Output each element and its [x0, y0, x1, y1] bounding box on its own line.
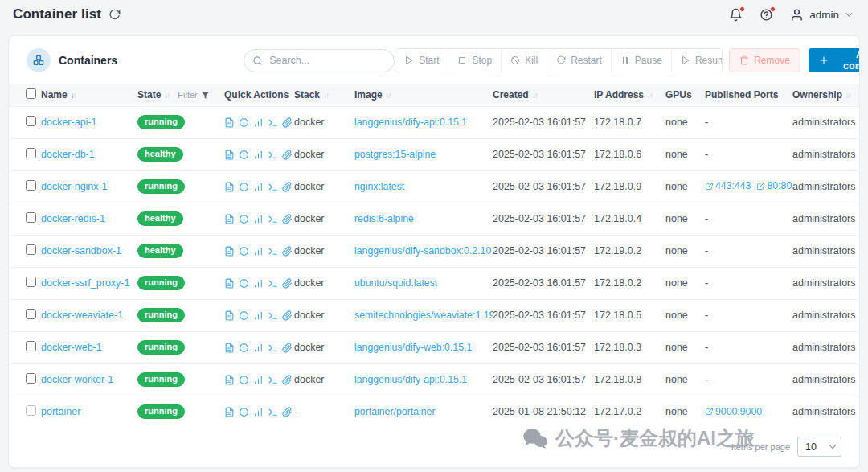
container-name-link[interactable]: docker-sandbox-1 — [41, 245, 121, 257]
stats-icon[interactable] — [253, 278, 264, 289]
attach-icon[interactable] — [282, 375, 293, 385]
image-link[interactable]: nginx:latest — [354, 181, 404, 192]
container-name-link[interactable]: docker-web-1 — [41, 342, 102, 353]
logs-icon[interactable] — [224, 278, 235, 289]
inspect-icon[interactable] — [239, 214, 249, 224]
sort-icons[interactable]: ↓↑ — [323, 91, 328, 100]
items-per-page-select[interactable]: 10 — [797, 437, 841, 457]
logs-icon[interactable] — [224, 310, 235, 321]
logs-icon[interactable] — [224, 117, 235, 128]
logs-icon[interactable] — [224, 150, 235, 160]
image-link[interactable]: langgenius/dify-web:0.15.1 — [354, 342, 472, 353]
inspect-icon[interactable] — [239, 182, 249, 192]
kill-button[interactable]: Kill — [502, 49, 547, 72]
refresh-icon[interactable] — [108, 9, 121, 21]
console-icon[interactable] — [268, 182, 278, 192]
row-checkbox[interactable] — [26, 277, 36, 287]
logs-icon[interactable] — [224, 182, 235, 192]
console-icon[interactable] — [268, 278, 278, 289]
start-button[interactable]: Start — [395, 49, 448, 72]
sort-icons[interactable]: ↓↑ — [164, 91, 169, 100]
row-checkbox[interactable] — [26, 212, 36, 223]
stats-icon[interactable] — [253, 214, 264, 224]
console-icon[interactable] — [268, 117, 278, 128]
stats-icon[interactable] — [253, 310, 264, 321]
column-header-state[interactable]: State↓↑Filter — [137, 84, 224, 106]
inspect-icon[interactable] — [239, 310, 249, 321]
stats-icon[interactable] — [253, 150, 264, 160]
attach-icon[interactable] — [282, 214, 293, 224]
console-icon[interactable] — [268, 343, 278, 353]
container-name-link[interactable]: docker-nginx-1 — [41, 181, 108, 192]
published-port-link[interactable]: 80:80 — [756, 180, 792, 191]
notifications-bell-icon[interactable] — [729, 8, 743, 22]
published-port-link[interactable]: 9000:9000 — [705, 406, 762, 417]
stop-button[interactable]: Stop — [448, 49, 502, 72]
row-checkbox[interactable] — [26, 244, 36, 255]
logs-icon[interactable] — [224, 407, 235, 417]
column-header-ip-address[interactable]: IP Address↓↑ — [594, 84, 665, 106]
image-link[interactable]: postgres:15-alpine — [354, 149, 436, 160]
stats-icon[interactable] — [253, 343, 264, 353]
sort-icons[interactable]: ↓↑ — [71, 91, 76, 100]
column-header-name[interactable]: Name↓↑ — [41, 84, 137, 106]
stats-icon[interactable] — [253, 182, 264, 192]
remove-button[interactable]: Remove — [729, 48, 800, 72]
attach-icon[interactable] — [282, 150, 293, 160]
filter-funnel-icon[interactable] — [201, 91, 210, 100]
user-menu[interactable]: admin — [790, 8, 854, 22]
container-name-link[interactable]: docker-api-1 — [41, 117, 96, 128]
attach-icon[interactable] — [282, 246, 293, 257]
logs-icon[interactable] — [224, 246, 235, 257]
container-name-link[interactable]: portainer — [41, 406, 80, 417]
restart-button[interactable]: Restart — [547, 49, 612, 72]
attach-icon[interactable] — [282, 407, 293, 417]
logs-icon[interactable] — [224, 375, 235, 385]
console-icon[interactable] — [268, 310, 278, 321]
inspect-icon[interactable] — [239, 150, 249, 160]
logs-icon[interactable] — [224, 343, 235, 353]
console-icon[interactable] — [268, 375, 278, 385]
console-icon[interactable] — [268, 246, 278, 257]
row-checkbox[interactable] — [26, 309, 36, 319]
attach-icon[interactable] — [282, 343, 293, 353]
console-icon[interactable] — [268, 214, 278, 224]
row-checkbox[interactable] — [26, 373, 36, 384]
stats-icon[interactable] — [253, 117, 264, 128]
attach-icon[interactable] — [282, 182, 293, 192]
image-link[interactable]: langgenius/dify-sandbox:0.2.10 — [354, 245, 491, 257]
resume-button[interactable]: Resume — [672, 49, 723, 72]
image-link[interactable]: ubuntu/squid:latest — [354, 277, 437, 289]
column-header-ownership[interactable]: Ownership↓↑ — [792, 84, 860, 106]
sort-icons[interactable]: ↓↑ — [386, 91, 391, 100]
attach-icon[interactable] — [282, 117, 293, 128]
container-name-link[interactable]: docker-redis-1 — [41, 213, 105, 224]
row-checkbox[interactable] — [26, 341, 36, 351]
inspect-icon[interactable] — [239, 117, 249, 128]
container-name-link[interactable]: docker-worker-1 — [41, 374, 113, 385]
row-checkbox[interactable] — [26, 405, 36, 416]
image-link[interactable]: langgenius/dify-api:0.15.1 — [354, 117, 467, 128]
inspect-icon[interactable] — [239, 407, 249, 417]
row-checkbox[interactable] — [26, 148, 36, 158]
row-checkbox[interactable] — [26, 180, 36, 191]
search-input[interactable] — [244, 49, 395, 72]
inspect-icon[interactable] — [239, 343, 249, 353]
stats-icon[interactable] — [253, 246, 264, 257]
column-header-stack[interactable]: Stack↓↑ — [294, 84, 354, 106]
container-name-link[interactable]: docker-ssrf_proxy-1 — [41, 277, 129, 289]
add-container-button[interactable]: Add container — [809, 48, 860, 72]
image-link[interactable]: semitechnologies/weaviate:1.19.0 — [354, 310, 493, 321]
image-link[interactable]: redis:6-alpine — [354, 213, 414, 224]
container-name-link[interactable]: docker-weaviate-1 — [41, 310, 123, 321]
attach-icon[interactable] — [282, 310, 293, 321]
select-all-checkbox[interactable] — [26, 88, 36, 99]
pause-button[interactable]: Pause — [612, 49, 672, 72]
stats-icon[interactable] — [253, 407, 264, 417]
inspect-icon[interactable] — [239, 375, 249, 385]
sort-icons[interactable]: ↓↑ — [532, 91, 537, 100]
sort-icons[interactable]: ↓↑ — [647, 91, 652, 100]
container-name-link[interactable]: docker-db-1 — [41, 149, 95, 160]
column-header-image[interactable]: Image↓↑ — [354, 84, 493, 106]
inspect-icon[interactable] — [239, 246, 249, 257]
